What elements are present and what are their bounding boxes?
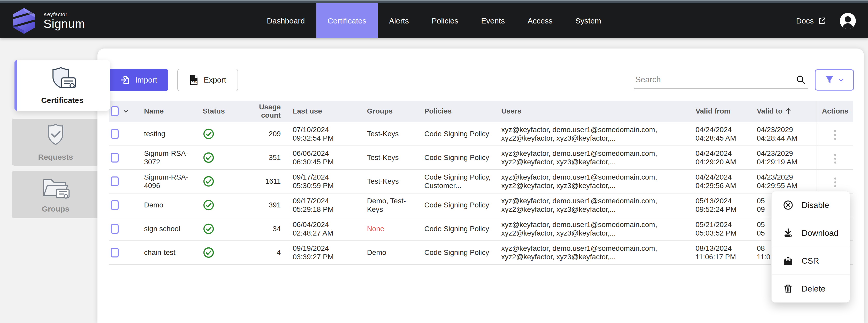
filter-button[interactable] [815, 69, 854, 91]
cell-groups: Demo [367, 241, 425, 264]
status-valid-icon [203, 247, 251, 258]
cell-users: xyz@keyfactor, demo.user1@somedomain.com… [501, 146, 695, 170]
download-icon [782, 227, 794, 239]
toolbar: Import CSV Export [97, 48, 864, 91]
row-checkbox[interactable] [111, 129, 119, 139]
cell-last-use: 09/19/202403:39:27 PM [292, 241, 367, 264]
cell-name: Signum-RSA-3072 [144, 146, 203, 170]
cell-valid-from: 04/24/202404:29:56 AM [695, 170, 757, 193]
search-icon[interactable] [795, 74, 806, 85]
cell-groups: Test-Keys [367, 122, 425, 146]
row-checkbox[interactable] [111, 224, 119, 234]
import-button[interactable]: Import [109, 69, 168, 91]
cell-valid-from: 08/13/202411:06:17 PM [695, 241, 757, 264]
sidebar-item-label: Certificates [41, 96, 83, 105]
menu-item-delete[interactable]: Delete [772, 275, 850, 302]
cell-valid-from: 04/24/202404:29:20 AM [695, 146, 757, 170]
column-header-groups[interactable]: Groups [367, 101, 425, 122]
cell-users: xyz@keyfactor, demo.user1@somedomain.com… [501, 170, 695, 193]
row-actions-menu-button[interactable] [832, 175, 839, 190]
cell-actions [817, 170, 853, 193]
column-header-actions: Actions [817, 101, 853, 122]
cell-status [203, 122, 251, 146]
nav-item-policies[interactable]: Policies [420, 3, 470, 38]
sidebar-item-requests[interactable]: Requests [12, 119, 99, 166]
export-label: Export [204, 76, 226, 84]
top-navbar: Keyfactor Signum Dashboard Certificates … [0, 3, 868, 38]
cell-name: Demo [144, 193, 203, 217]
table-header-row: Name Status Usage count Last use Groups … [109, 101, 853, 122]
row-checkbox[interactable] [111, 248, 119, 257]
cell-users: xyz@keyfactor, demo.user1@somedomain.com… [501, 217, 695, 241]
nav-item-system[interactable]: System [564, 3, 613, 38]
status-valid-icon [203, 223, 251, 235]
cell-name: sign school [144, 217, 203, 241]
nav-item-alerts[interactable]: Alerts [378, 3, 420, 38]
row-checkbox[interactable] [111, 200, 119, 210]
cell-last-use: 09/17/202405:30:59 PM [292, 170, 367, 193]
sidebar-item-certificates[interactable]: Certificates [14, 60, 110, 111]
cell-usage-count: 351 [251, 146, 292, 170]
cell-valid-to: 04/23/202904:29:19 AM [757, 146, 817, 170]
row-actions-menu-button[interactable] [832, 151, 839, 166]
column-header-status[interactable]: Status [203, 101, 251, 122]
table-row: chain-test 4 09/19/202403:39:27 PM Demo … [109, 241, 853, 264]
cell-users: xyz@keyfactor, demo.user1@somedomain.com… [501, 122, 695, 146]
cell-name: Signum-RSA-4096 [144, 170, 203, 193]
search-input[interactable] [634, 71, 808, 89]
column-header-policies[interactable]: Policies [425, 101, 501, 122]
column-header-usage-count[interactable]: Usage count [251, 101, 292, 122]
brand-keyfactor: Keyfactor [43, 12, 85, 17]
select-menu-chevron-icon[interactable] [122, 108, 129, 115]
cell-policies: Code Signing Policy [425, 146, 501, 170]
chevron-down-icon [838, 77, 844, 83]
certificates-table: Name Status Usage count Last use Groups … [109, 101, 854, 265]
export-button[interactable]: CSV Export [177, 69, 238, 91]
menu-item-disable[interactable]: Disable [772, 191, 850, 219]
cell-actions [817, 122, 853, 146]
table-row: Demo 391 09/17/202405:29:18 PM Demo, Tes… [109, 193, 853, 217]
cell-usage-count: 209 [251, 122, 292, 146]
nav-item-dashboard[interactable]: Dashboard [255, 3, 316, 38]
row-checkbox[interactable] [111, 153, 119, 163]
sort-asc-arrow-icon [785, 107, 792, 115]
menu-item-label: Delete [802, 284, 826, 294]
row-actions-menu-button[interactable] [832, 128, 839, 142]
csr-icon [782, 255, 794, 266]
row-checkbox[interactable] [111, 176, 119, 186]
cell-users: xyz@keyfactor, demo.user1@somedomain.com… [501, 193, 695, 217]
cell-status [203, 241, 251, 264]
column-header-valid-to[interactable]: Valid to [757, 101, 817, 122]
nav-item-access[interactable]: Access [516, 3, 564, 38]
column-header-users[interactable]: Users [501, 101, 695, 122]
nav-item-certificates[interactable]: Certificates [316, 3, 378, 38]
column-header-name[interactable]: Name [144, 101, 203, 122]
status-valid-icon [203, 175, 251, 187]
status-valid-icon [203, 199, 251, 211]
status-valid-icon [203, 152, 251, 164]
table-row: sign school 34 06/04/202402:48:27 AM Non… [109, 217, 853, 241]
sidebar-item-groups[interactable]: Groups [12, 171, 99, 218]
docs-link[interactable]: Docs [796, 16, 826, 25]
cell-last-use: 06/06/202406:30:45 PM [292, 146, 367, 170]
user-avatar[interactable] [840, 13, 856, 29]
cell-status [203, 193, 251, 217]
menu-item-label: CSR [802, 256, 819, 266]
nav-item-events[interactable]: Events [470, 3, 516, 38]
main-nav: Dashboard Certificates Alerts Policies E… [255, 3, 612, 38]
cell-groups: Test-Keys [367, 170, 425, 193]
cell-last-use: 09/17/202405:29:18 PM [292, 193, 367, 217]
csv-file-icon: CSV [189, 75, 198, 85]
column-header-last-use[interactable]: Last use [292, 101, 367, 122]
sidebar-item-label: Groups [42, 205, 69, 213]
cell-valid-to: 04/23/202904:28:44 AM [757, 122, 817, 146]
import-label: Import [135, 76, 157, 84]
select-all-checkbox[interactable] [111, 106, 119, 116]
menu-item-csr[interactable]: CSR [772, 247, 850, 275]
column-header-valid-from[interactable]: Valid from [695, 101, 757, 122]
menu-item-download[interactable]: Download [772, 219, 850, 247]
brand[interactable]: Keyfactor Signum [0, 7, 85, 35]
delete-icon [782, 283, 794, 294]
cell-status [203, 170, 251, 193]
browser-top-strip [0, 0, 868, 3]
